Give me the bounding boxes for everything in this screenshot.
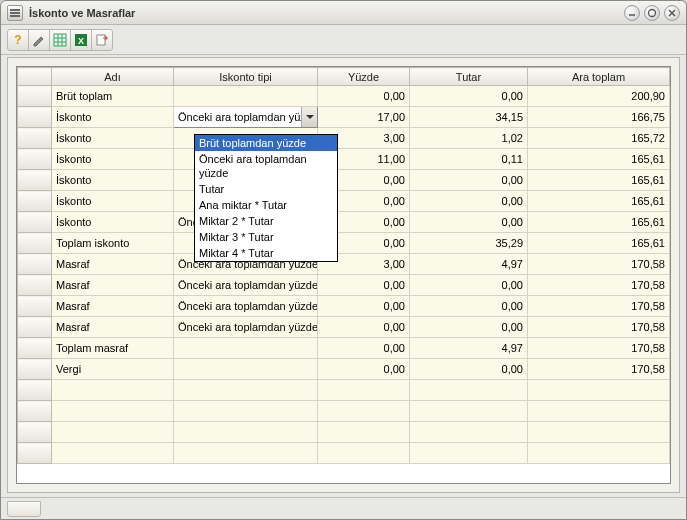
cell-name[interactable]: Masraf (52, 275, 174, 296)
status-tab[interactable] (7, 501, 41, 517)
cell-name[interactable]: İskonto (52, 191, 174, 212)
cell-name[interactable]: Masraf (52, 296, 174, 317)
cell-empty[interactable] (410, 443, 528, 464)
cell-percent[interactable]: 0,00 (318, 275, 410, 296)
cell-amount[interactable]: 0,00 (410, 212, 528, 233)
cell-name[interactable]: Masraf (52, 317, 174, 338)
table-row[interactable]: Vergi0,000,00170,58 (18, 359, 670, 380)
cell-empty[interactable] (410, 401, 528, 422)
grid[interactable]: Adı Iskonto tipi Yüzde Tutar Ara toplam … (16, 66, 671, 484)
cell-empty[interactable] (528, 443, 670, 464)
table-row[interactable]: İskonto3,001,02165,72 (18, 128, 670, 149)
row-stub[interactable] (18, 275, 52, 296)
cell-empty[interactable] (410, 422, 528, 443)
dropdown-list[interactable]: Brüt toplamdan yüzdeÖnceki ara toplamdan… (194, 134, 338, 262)
cell-subtotal[interactable]: 200,90 (528, 86, 670, 107)
cell-type[interactable] (174, 359, 318, 380)
cell-empty[interactable] (52, 422, 174, 443)
cell-type[interactable]: Önceki ara toplamdan yüzde (174, 296, 318, 317)
col-type[interactable]: Iskonto tipi (174, 68, 318, 86)
cell-amount[interactable]: 35,29 (410, 233, 528, 254)
cell-empty[interactable] (174, 380, 318, 401)
cell-percent[interactable]: 0,00 (318, 338, 410, 359)
cell-empty[interactable] (528, 401, 670, 422)
cell-name[interactable]: Masraf (52, 254, 174, 275)
cell-name[interactable]: Brüt toplam (52, 86, 174, 107)
help-button[interactable]: ? (7, 29, 29, 51)
col-amount[interactable]: Tutar (410, 68, 528, 86)
dropdown-toggle[interactable] (301, 107, 317, 127)
maximize-button[interactable] (644, 5, 660, 21)
cell-type[interactable]: Önceki ara toplamdan yüzde (174, 317, 318, 338)
table-row[interactable]: MasrafÖnceki ara toplamdan yüzde0,000,00… (18, 317, 670, 338)
cell-subtotal[interactable]: 165,61 (528, 191, 670, 212)
row-stub[interactable] (18, 317, 52, 338)
dropdown-option[interactable]: Önceki ara toplamdan yüzde (195, 151, 337, 181)
cell-subtotal[interactable]: 170,58 (528, 296, 670, 317)
cell-amount[interactable]: 0,00 (410, 170, 528, 191)
cell-name[interactable]: İskonto (52, 128, 174, 149)
cell-subtotal[interactable]: 170,58 (528, 317, 670, 338)
row-stub[interactable] (18, 191, 52, 212)
cell-empty[interactable] (410, 380, 528, 401)
cell-amount[interactable]: 0,00 (410, 296, 528, 317)
cell-empty[interactable] (318, 422, 410, 443)
cell-empty[interactable] (318, 380, 410, 401)
cell-empty[interactable] (52, 380, 174, 401)
cell-empty[interactable] (52, 401, 174, 422)
row-stub[interactable] (18, 170, 52, 191)
row-stub[interactable] (18, 233, 52, 254)
row-stub[interactable] (18, 254, 52, 275)
table-row-empty[interactable] (18, 401, 670, 422)
close-button[interactable] (664, 5, 680, 21)
dropdown-option[interactable]: Miktar 3 * Tutar (195, 229, 337, 245)
edit-button[interactable] (28, 29, 50, 51)
cell-amount[interactable]: 0,00 (410, 275, 528, 296)
cell-empty[interactable] (18, 401, 52, 422)
row-stub[interactable] (18, 212, 52, 233)
cell-percent[interactable]: 0,00 (318, 359, 410, 380)
table-row-empty[interactable] (18, 443, 670, 464)
grid-button[interactable] (49, 29, 71, 51)
cell-subtotal[interactable]: 165,61 (528, 149, 670, 170)
cell-subtotal[interactable]: 166,75 (528, 107, 670, 128)
row-stub[interactable] (18, 338, 52, 359)
row-stub[interactable] (18, 296, 52, 317)
table-row[interactable]: İskonto0,000,00165,61 (18, 191, 670, 212)
cell-empty[interactable] (174, 422, 318, 443)
cell-empty[interactable] (528, 380, 670, 401)
table-row[interactable]: İskonto11,000,11165,61 (18, 149, 670, 170)
cell-empty[interactable] (318, 443, 410, 464)
cell-type[interactable] (174, 86, 318, 107)
cell-type[interactable]: Önceki ara toplamdan yüzde (174, 275, 318, 296)
table-row[interactable]: İskonto0,000,00165,61 (18, 170, 670, 191)
table-row-empty[interactable] (18, 380, 670, 401)
dropdown-option[interactable]: Miktar 2 * Tutar (195, 213, 337, 229)
cell-subtotal[interactable]: 170,58 (528, 338, 670, 359)
row-stub[interactable] (18, 359, 52, 380)
cell-name[interactable]: Vergi (52, 359, 174, 380)
cell-empty[interactable] (52, 443, 174, 464)
cell-amount[interactable]: 1,02 (410, 128, 528, 149)
dropdown-option[interactable]: Brüt toplamdan yüzde (195, 135, 337, 151)
cell-amount[interactable]: 34,15 (410, 107, 528, 128)
cell-subtotal[interactable]: 170,58 (528, 359, 670, 380)
table-row[interactable]: İskontoÖnceki ara toplamdan yüzde0,000,0… (18, 212, 670, 233)
cell-amount[interactable]: 0,00 (410, 359, 528, 380)
col-percent[interactable]: Yüzde (318, 68, 410, 86)
cell-type[interactable]: Önceki ara toplamdan yüzde (174, 107, 318, 128)
cell-subtotal[interactable]: 165,61 (528, 212, 670, 233)
table-row[interactable]: Toplam masraf0,004,97170,58 (18, 338, 670, 359)
minimize-button[interactable] (624, 5, 640, 21)
cell-empty[interactable] (18, 443, 52, 464)
table-row[interactable]: MasrafÖnceki ara toplamdan yüzde3,004,97… (18, 254, 670, 275)
table-row[interactable]: Brüt toplam0,000,00200,90 (18, 86, 670, 107)
row-stub[interactable] (18, 107, 52, 128)
cell-empty[interactable] (318, 401, 410, 422)
table-row-empty[interactable] (18, 422, 670, 443)
cell-name[interactable]: Toplam iskonto (52, 233, 174, 254)
cell-amount[interactable]: 0,11 (410, 149, 528, 170)
cell-amount[interactable]: 0,00 (410, 317, 528, 338)
excel-button[interactable]: X (70, 29, 92, 51)
cell-subtotal[interactable]: 165,72 (528, 128, 670, 149)
